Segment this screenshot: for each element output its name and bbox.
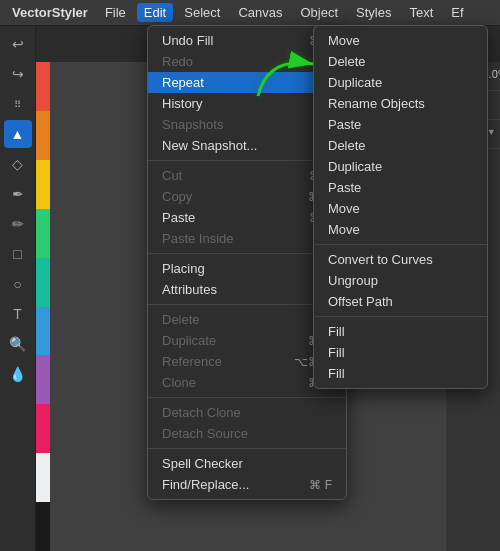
menu-text[interactable]: Text	[402, 3, 440, 22]
submenu-rename-objects[interactable]: Rename Objects	[314, 93, 487, 114]
submenu-fill-2[interactable]: Fill	[314, 342, 487, 363]
submenu-convert-to-curves[interactable]: Convert to Curves	[314, 249, 487, 270]
arrow-dropdown-icon[interactable]: ▼	[487, 127, 496, 137]
separator-4	[148, 397, 346, 398]
color-pink[interactable]	[36, 404, 50, 453]
submenu-fill-1[interactable]: Fill	[314, 321, 487, 342]
separator-5	[148, 448, 346, 449]
tool-undo[interactable]: ↩	[4, 30, 32, 58]
repeat-submenu: Move Delete Duplicate Rename Objects Pas…	[313, 25, 488, 389]
tool-redo[interactable]: ↪	[4, 60, 32, 88]
menu-ef[interactable]: Ef	[444, 3, 470, 22]
submenu-move-1[interactable]: Move	[314, 30, 487, 51]
menu-object[interactable]: Object	[293, 3, 345, 22]
submenu-ungroup[interactable]: Ungroup	[314, 270, 487, 291]
color-strip	[36, 62, 50, 551]
submenu-offset-path[interactable]: Offset Path	[314, 291, 487, 312]
color-red[interactable]	[36, 62, 50, 111]
menu-detach-clone: Detach Clone	[148, 402, 346, 423]
menu-styles[interactable]: Styles	[349, 3, 398, 22]
menubar: VectorStyler File Edit Select Canvas Obj…	[0, 0, 500, 26]
menu-detach-source: Detach Source	[148, 423, 346, 444]
submenu-move-2[interactable]: Move	[314, 198, 487, 219]
tool-ellipse[interactable]: ○	[4, 270, 32, 298]
tool-shape[interactable]: □	[4, 240, 32, 268]
color-yellow[interactable]	[36, 160, 50, 209]
color-blue[interactable]	[36, 307, 50, 356]
color-green[interactable]	[36, 209, 50, 258]
submenu-fill-3[interactable]: Fill	[314, 363, 487, 384]
tool-dots[interactable]: ⠿	[4, 90, 32, 118]
tool-pen[interactable]: ✒	[4, 180, 32, 208]
submenu-paste-2[interactable]: Paste	[314, 177, 487, 198]
color-black[interactable]	[36, 502, 50, 551]
menu-select[interactable]: Select	[177, 3, 227, 22]
submenu-delete-2[interactable]: Delete	[314, 135, 487, 156]
submenu-paste-1[interactable]: Paste	[314, 114, 487, 135]
menu-file[interactable]: File	[98, 3, 133, 22]
submenu-sep-2	[314, 316, 487, 317]
submenu-delete-1[interactable]: Delete	[314, 51, 487, 72]
tool-eyedropper[interactable]: 💧	[4, 360, 32, 388]
submenu-duplicate-1[interactable]: Duplicate	[314, 72, 487, 93]
tool-text[interactable]: T	[4, 300, 32, 328]
submenu-duplicate-2[interactable]: Duplicate	[314, 156, 487, 177]
menu-spell-checker[interactable]: Spell Checker	[148, 453, 346, 474]
menu-canvas[interactable]: Canvas	[231, 3, 289, 22]
color-purple[interactable]	[36, 355, 50, 404]
menu-find-replace[interactable]: Find/Replace... ⌘ F	[148, 474, 346, 495]
tool-select[interactable]: ▲	[4, 120, 32, 148]
app-brand: VectorStyler	[6, 5, 94, 20]
color-white[interactable]	[36, 453, 50, 502]
color-teal[interactable]	[36, 258, 50, 307]
tool-pencil[interactable]: ✏	[4, 210, 32, 238]
color-orange[interactable]	[36, 111, 50, 160]
menu-edit[interactable]: Edit	[137, 3, 173, 22]
tools-sidebar: ↩ ↪ ⠿ ▲ ◇ ✒ ✏ □ ○ T 🔍 💧	[0, 26, 36, 551]
tool-zoom[interactable]: 🔍	[4, 330, 32, 358]
submenu-sep-1	[314, 244, 487, 245]
submenu-move-3[interactable]: Move	[314, 219, 487, 240]
tool-node[interactable]: ◇	[4, 150, 32, 178]
